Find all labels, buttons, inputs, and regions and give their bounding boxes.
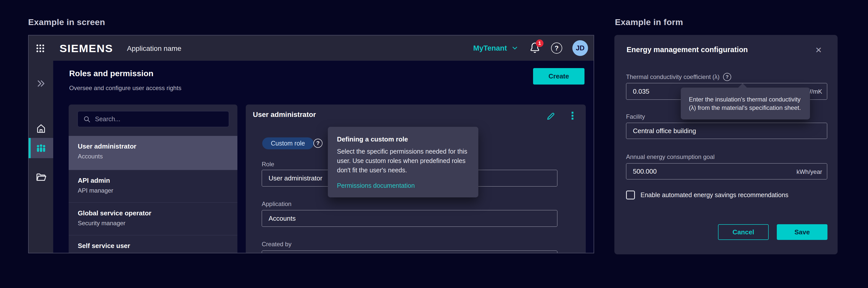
nav-expand-button[interactable]	[29, 73, 53, 94]
more-options-button[interactable]: ⋮	[567, 109, 578, 123]
nav-item-files[interactable]	[29, 167, 53, 187]
application-field-input[interactable]	[262, 210, 557, 227]
kebab-icon: ⋮	[567, 110, 578, 121]
tenant-name: MyTenant	[473, 44, 507, 52]
app-launcher-icon[interactable]	[35, 43, 45, 53]
tooltip-body: Enter the insulation's thermal conductiv…	[689, 95, 802, 112]
notifications-button[interactable]: 1	[529, 41, 541, 55]
form-example-dialog: Energy management configuration ✕ Therma…	[614, 35, 838, 254]
custom-role-tooltip: Defining a custom role Select the specif…	[328, 127, 478, 197]
application-field-label: Application	[262, 201, 291, 208]
dialog-title: Energy management configuration	[626, 45, 748, 54]
role-list: User administrator Accounts API admin AP…	[69, 136, 238, 253]
pencil-icon	[545, 110, 557, 122]
annual-goal-unit: kWh/year	[626, 168, 822, 175]
role-item-subtitle: API manager	[78, 187, 238, 194]
close-button[interactable]: ✕	[812, 44, 825, 56]
role-detail-panel: User administrator ⋮ Custom role ? Role …	[246, 105, 586, 253]
created-by-field-label: Created by	[262, 241, 291, 248]
example-screen-title: Example in screen	[28, 17, 105, 27]
home-icon	[35, 123, 46, 134]
thermal-field-label: Thermal conductivity coefficient (λ)	[626, 73, 719, 80]
application-name: Application name	[127, 44, 181, 52]
checkbox-label: Enable automated energy savings recommen…	[641, 191, 788, 199]
role-item-title: API admin	[78, 177, 238, 184]
siemens-logo: SIEMENS	[60, 42, 113, 55]
notification-count-badge: 1	[536, 39, 544, 47]
page-title: Roles and permission	[69, 69, 154, 78]
search-icon	[83, 115, 91, 123]
save-button[interactable]: Save	[777, 224, 828, 240]
page-subtitle: Oversee and configure user access rights	[69, 84, 181, 92]
facility-field-label: Facility	[626, 113, 645, 120]
thermal-field-label-row: Thermal conductivity coefficient (λ) ?	[626, 73, 731, 81]
list-item-global-service-operator[interactable]: Global service operator Security manager	[69, 203, 238, 235]
cancel-button[interactable]: Cancel	[718, 224, 769, 240]
roles-list-panel: User administrator Accounts API admin AP…	[69, 105, 238, 253]
checkbox-unchecked[interactable]	[626, 190, 635, 200]
create-button[interactable]: Create	[533, 68, 585, 84]
screen-example-card: SIEMENS Application name MyTenant	[28, 35, 594, 253]
tenant-selector[interactable]: MyTenant	[473, 44, 519, 52]
thermal-tooltip: Enter the insulation's thermal conductiv…	[681, 87, 810, 119]
custom-role-badge: Custom role	[262, 137, 314, 149]
created-by-field-input[interactable]	[262, 251, 557, 253]
nav-item-roles[interactable]	[29, 138, 53, 158]
question-mark-glyph: ?	[316, 140, 319, 147]
list-item-user-administrator[interactable]: User administrator Accounts	[69, 136, 238, 170]
annual-field-label: Annual energy consumption goal	[626, 153, 715, 160]
role-item-title: Self service user	[78, 242, 238, 250]
app-header-bar: SIEMENS Application name MyTenant	[29, 35, 594, 61]
chevron-down-icon	[511, 44, 519, 52]
role-item-title: User administrator	[78, 142, 238, 150]
role-item-subtitle: Service	[78, 252, 238, 253]
question-mark-icon: ?	[555, 44, 559, 52]
folder-icon	[35, 171, 47, 183]
tooltip-title: Defining a custom role	[337, 135, 469, 143]
badge-help-icon[interactable]: ?	[313, 139, 322, 148]
header-actions: MyTenant 1 ? JD	[473, 35, 588, 61]
list-item-self-service-user[interactable]: Self service user Service	[69, 235, 238, 253]
role-item-subtitle: Security manager	[78, 220, 238, 227]
tooltip-body: Select the specific permissions needed f…	[337, 147, 469, 175]
thermal-help-icon[interactable]: ?	[723, 73, 731, 81]
search-box	[78, 111, 229, 127]
example-form-title: Example in form	[615, 17, 683, 27]
user-avatar[interactable]: JD	[572, 40, 588, 56]
permissions-documentation-link[interactable]: Permissions documentation	[337, 182, 415, 189]
facility-input[interactable]	[626, 123, 827, 139]
double-chevron-right-icon	[36, 78, 46, 89]
design-examples-page: Example in screen Example in form SIEMEN…	[0, 0, 868, 288]
question-mark-glyph: ?	[725, 74, 728, 80]
nav-item-home[interactable]	[29, 118, 53, 139]
search-input[interactable]	[95, 115, 224, 123]
role-item-title: Global service operator	[78, 209, 238, 217]
edit-button[interactable]	[544, 110, 557, 123]
role-item-subtitle: Accounts	[78, 153, 238, 160]
list-item-api-admin[interactable]: API admin API manager	[69, 170, 238, 203]
help-button[interactable]: ?	[551, 42, 562, 53]
recommendations-checkbox-row[interactable]: Enable automated energy savings recommen…	[626, 190, 788, 200]
close-icon: ✕	[815, 45, 822, 55]
detail-title: User administrator	[253, 111, 316, 119]
left-nav-rail	[29, 61, 53, 253]
role-field-label: Role	[262, 161, 274, 168]
users-icon	[35, 142, 47, 154]
